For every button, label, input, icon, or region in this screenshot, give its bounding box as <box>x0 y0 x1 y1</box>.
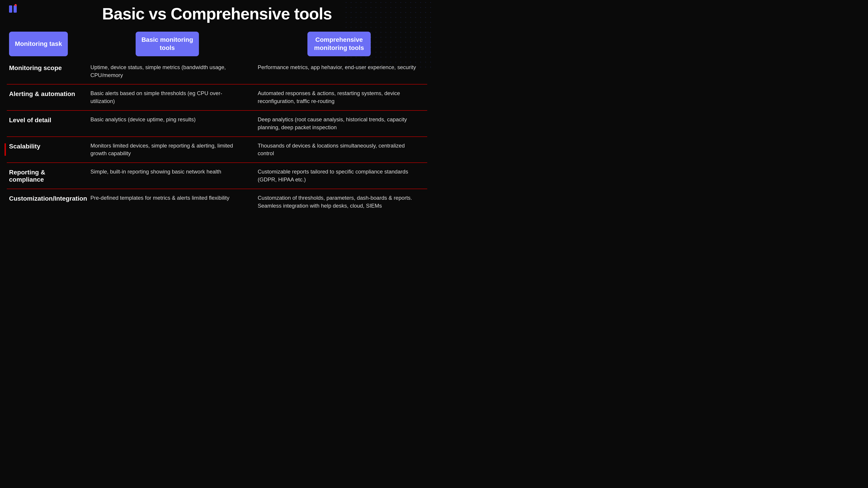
task-customization-integration: Customization/Integration <box>9 194 81 202</box>
table-row: Alerting & automation Basic alerts based… <box>7 85 427 111</box>
task-scalability: Scalability <box>9 142 81 150</box>
table-row: Monitoring scope Uptime, device status, … <box>7 59 427 85</box>
header-basic: Basic monitoring tools <box>135 32 199 56</box>
table-row: Scalability Monitors limited devices, si… <box>7 137 427 163</box>
basic-customization-integration: Pre-defined templates for metrics & aler… <box>81 194 253 202</box>
comprehensive-scalability: Thousands of devices & locations simulta… <box>253 142 425 158</box>
page-title: Basic vs Comprehensive tools <box>0 4 434 23</box>
comprehensive-customization-integration: Customzation of thresholds, parameters, … <box>253 194 425 210</box>
basic-scalability: Monitors limited devices, simple reporti… <box>81 142 253 158</box>
red-accent-scalability <box>4 143 6 156</box>
basic-level-of-detail: Basic analytics (device uptime, ping res… <box>81 116 253 124</box>
comprehensive-reporting-compliance: Customizable reports tailored to specifi… <box>253 168 425 184</box>
basic-reporting-compliance: Simple, built-in reporting showing basic… <box>81 168 253 176</box>
header-comprehensive: Comprehensive monitoring tools <box>307 32 371 56</box>
comprehensive-level-of-detail: Deep analytics (root cause analysis, his… <box>253 116 425 131</box>
task-alerting-automation: Alerting & automation <box>9 90 81 98</box>
task-reporting-compliance: Reporting & compliance <box>9 168 81 183</box>
comprehensive-alerting-automation: Automated responses & actions, restartin… <box>253 90 425 105</box>
main-content: Monitoring task Basic monitoring tools C… <box>7 32 427 239</box>
table-row: Reporting & compliance Simple, built-in … <box>7 163 427 189</box>
basic-monitoring-scope: Uptime, device status, simple metrics (b… <box>81 64 253 79</box>
table-row: Customization/Integration Pre-defined te… <box>7 189 427 215</box>
comprehensive-monitoring-scope: Performance metrics, app hehavior, end-u… <box>253 64 425 71</box>
table-header: Monitoring task Basic monitoring tools C… <box>7 32 427 56</box>
table-row: Level of detail Basic analytics (device … <box>7 111 427 137</box>
table-body: Monitoring scope Uptime, device status, … <box>7 59 427 215</box>
header-task: Monitoring task <box>9 32 68 56</box>
basic-alerting-automation: Basic alerts based on simple thresholds … <box>81 90 253 105</box>
task-monitoring-scope: Monitoring scope <box>9 64 81 72</box>
task-level-of-detail: Level of detail <box>9 116 81 124</box>
